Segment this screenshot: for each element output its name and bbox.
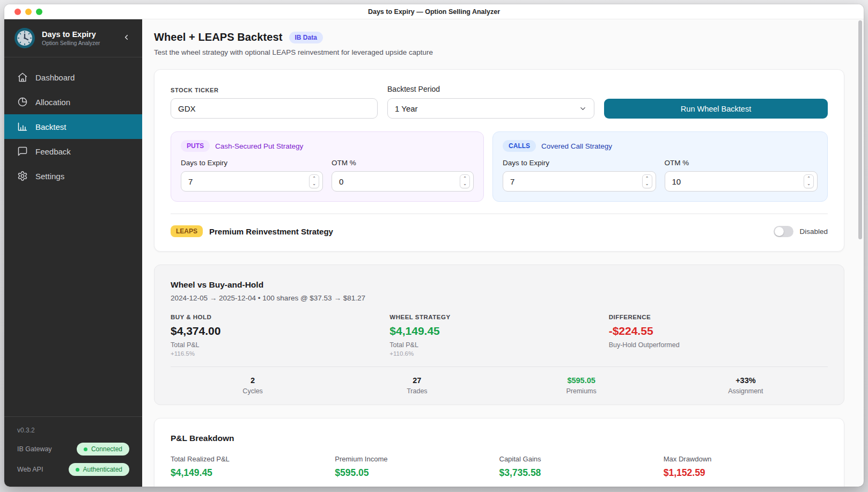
web-api-label: Web API	[17, 466, 43, 473]
number-stepper[interactable]: ⌃⌄	[804, 174, 814, 188]
sidebar-item-feedback[interactable]: Feedback	[4, 139, 142, 164]
gear-icon	[17, 171, 28, 181]
buy-hold-value: $4,374.00	[171, 325, 389, 337]
puts-title: Cash-Secured Put Strategy	[215, 142, 303, 150]
authenticated-status-text: Authenticated	[83, 466, 122, 473]
results-title: Wheel vs Buy-and-Hold	[171, 280, 828, 290]
buy-hold-sub: Total P&L	[171, 341, 389, 349]
difference-label: DIFFERENCE	[609, 314, 828, 320]
ib-gateway-label: IB Gateway	[17, 445, 52, 453]
period-selected-value: 1 Year	[395, 104, 418, 113]
wheel-strategy-pct: +110.6%	[389, 350, 608, 357]
puts-otm-group: OTM % ⌃⌄	[332, 159, 474, 192]
premiums-value: $595.05	[499, 376, 664, 385]
sidebar-item-label: Backtest	[35, 122, 67, 131]
titlebar: Days to Expiry — Option Selling Analyzer	[4, 4, 864, 19]
cycles-label: Cycles	[171, 387, 335, 395]
window-title: Days to Expiry — Option Selling Analyzer	[4, 8, 864, 16]
sidebar-nav: Dashboard Allocation Backtest Feedback S…	[4, 65, 142, 188]
sidebar-item-label: Settings	[35, 172, 64, 181]
calls-dte-label: Days to Expiry	[503, 159, 656, 167]
buy-hold-pct: +116.5%	[171, 350, 389, 357]
connected-status-text: Connected	[91, 445, 122, 453]
sidebar-footer: v0.3.2 IB Gateway Connected Web API Auth…	[4, 416, 142, 487]
calls-strategy-card: CALLS Covered Call Strategy Days to Expi…	[492, 131, 828, 202]
sidebar: Days to Expiry Option Selling Analyzer D…	[4, 19, 142, 487]
period-field-group: Backtest Period 1 Year	[387, 85, 594, 119]
backtest-period-select[interactable]: 1 Year	[387, 98, 594, 119]
vertical-scrollbar[interactable]	[858, 20, 862, 239]
premium-income-label: Premium Income	[335, 455, 499, 463]
difference-sub: Buy-Hold Outperformed	[609, 341, 828, 349]
wheel-strategy-column: WHEEL STRATEGY $4,149.45 Total P&L +110.…	[389, 314, 608, 357]
calls-otm-percent-input[interactable]	[665, 171, 818, 192]
number-stepper[interactable]: ⌃⌄	[642, 174, 652, 188]
ib-gateway-status-row: IB Gateway Connected	[17, 443, 129, 456]
pnl-title: P&L Breakdown	[171, 434, 828, 443]
puts-otm-label: OTM %	[332, 159, 474, 167]
capital-gains-label: Capital Gains	[499, 455, 664, 463]
sidebar-collapse-button[interactable]	[119, 32, 134, 45]
page-title: Wheel + LEAPS Backtest	[154, 31, 283, 43]
toggle-knob	[775, 227, 784, 236]
sidebar-item-dashboard[interactable]: Dashboard	[4, 65, 142, 90]
difference-column: DIFFERENCE -$224.55 Buy-Hold Outperforme…	[609, 314, 828, 357]
leaps-badge: LEAPS	[171, 225, 203, 237]
cycles-value: 2	[171, 376, 335, 385]
sidebar-item-settings[interactable]: Settings	[4, 164, 142, 188]
sidebar-item-label: Feedback	[35, 147, 71, 156]
pnl-breakdown-card: P&L Breakdown Total Realized P&L $4,149.…	[154, 418, 844, 487]
app-name: Days to Expiry	[42, 30, 113, 39]
run-wheel-backtest-button[interactable]: Run Wheel Backtest	[604, 99, 828, 119]
max-drawdown-label: Max Drawdown	[664, 455, 828, 463]
calls-badge: CALLS	[503, 140, 536, 152]
app-window: Days to Expiry — Option Selling Analyzer	[4, 4, 864, 487]
premium-income: Premium Income $595.05	[335, 455, 499, 479]
home-icon	[17, 72, 28, 83]
capital-gains-value: $3,735.58	[499, 467, 664, 479]
sidebar-item-allocation[interactable]: Allocation	[4, 90, 142, 114]
leaps-toggle[interactable]	[774, 226, 793, 237]
leaps-toggle-state: Disabled	[799, 227, 828, 236]
premiums-label: Premiums	[499, 387, 664, 395]
puts-otm-percent-input[interactable]	[332, 171, 474, 192]
wheel-strategy-value: $4,149.45	[389, 325, 608, 337]
sidebar-header: Days to Expiry Option Selling Analyzer	[4, 19, 142, 57]
number-stepper[interactable]: ⌃⌄	[309, 174, 319, 188]
calls-days-to-expiry-input[interactable]	[503, 171, 656, 192]
chat-bubble-icon	[17, 146, 28, 157]
leaps-title: Premium Reinvestment Strategy	[209, 227, 333, 236]
connected-status-badge: Connected	[77, 443, 129, 456]
number-stepper[interactable]: ⌃⌄	[460, 174, 470, 188]
authenticated-status-badge: Authenticated	[69, 463, 129, 476]
puts-badge: PUTS	[181, 140, 210, 152]
puts-strategy-card: PUTS Cash-Secured Put Strategy Days to E…	[171, 131, 484, 202]
page-subtitle: Test the wheel strategy with optional LE…	[154, 48, 844, 56]
wheel-vs-buyhold-card: Wheel vs Buy-and-Hold 2024-12-05 → 2025-…	[154, 265, 844, 405]
ib-data-badge: IB Data	[289, 32, 323, 43]
app-version: v0.3.2	[17, 427, 129, 434]
trades-label: Trades	[335, 387, 499, 395]
total-realized-pnl-value: $4,149.45	[171, 467, 335, 479]
form-divider	[171, 214, 828, 214]
stock-ticker-input[interactable]	[171, 98, 378, 119]
puts-days-to-expiry-input[interactable]	[181, 171, 323, 192]
pie-chart-icon	[17, 97, 28, 107]
trades-value: 27	[335, 376, 499, 385]
wheel-strategy-sub: Total P&L	[389, 341, 608, 349]
difference-value: -$224.55	[609, 325, 828, 337]
calls-otm-label: OTM %	[665, 159, 818, 167]
leaps-row: LEAPS Premium Reinvestment Strategy Disa…	[171, 225, 828, 237]
calls-title: Covered Call Strategy	[541, 142, 612, 150]
wheel-strategy-label: WHEEL STRATEGY	[389, 314, 608, 320]
puts-dte-label: Days to Expiry	[181, 159, 323, 167]
premiums-stat: $595.05 Premiums	[499, 376, 664, 395]
app-subtitle: Option Selling Analyzer	[42, 40, 113, 46]
puts-dte-group: Days to Expiry ⌃⌄	[181, 159, 323, 192]
app-logo-clock-icon	[14, 27, 35, 49]
sidebar-item-backtest[interactable]: Backtest	[4, 114, 142, 139]
premium-income-value: $595.05	[335, 467, 499, 479]
sidebar-item-label: Dashboard	[35, 73, 75, 82]
green-dot-icon	[84, 447, 87, 451]
results-subtitle: 2024-12-05 → 2025-12-04 • 100 shares @ $…	[171, 294, 828, 302]
